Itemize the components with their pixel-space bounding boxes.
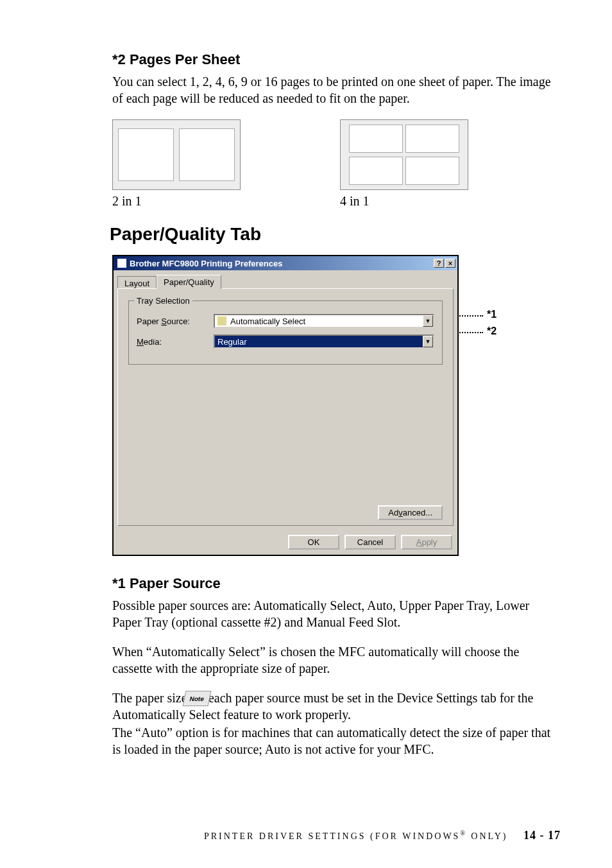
caption-4in1: 4 in 1: [340, 194, 468, 209]
mini-page: [349, 157, 403, 184]
tray-selection-group: Tray Selection Paper Source: Automatical…: [128, 300, 443, 365]
figure-2in1: [112, 119, 241, 190]
figure-4in1-placeholder: [340, 119, 468, 190]
advanced-row: Advanced...: [378, 508, 443, 517]
para-note-b: The “Auto” option is for machines that c…: [112, 724, 561, 758]
figure-row: [112, 119, 561, 190]
tab-strip: Layout Paper/Quality: [114, 270, 457, 288]
dialog-title: Brother MFC9800 Printing Preferences: [130, 259, 434, 268]
mini-page: [349, 125, 403, 152]
caption-row: 2 in 1 4 in 1: [112, 194, 561, 209]
tab-paper-quality[interactable]: Paper/Quality: [157, 275, 221, 289]
callout-1: *1: [487, 309, 497, 320]
media-row: Media: Regular ▼: [137, 334, 434, 349]
chevron-down-icon[interactable]: ▼: [423, 336, 433, 347]
page-number: 14 - 17: [523, 829, 561, 842]
mini-page: [405, 125, 459, 152]
media-select[interactable]: Regular ▼: [214, 334, 434, 349]
mini-page: [405, 157, 459, 184]
note-label: Note: [182, 691, 211, 706]
paper-source-row: Paper Source: Automatically Select ▼: [137, 314, 434, 328]
para-note-a: The paper size for each paper source mus…: [112, 690, 561, 723]
figure-4in1: [340, 119, 468, 190]
para-auto-select: When “Automatically Select” is chosen th…: [112, 643, 561, 677]
para-pages-per-sheet: You can select 1, 2, 4, 6, 9 or 16 pages…: [112, 73, 561, 107]
app-icon: [117, 259, 126, 268]
apply-button[interactable]: Apply: [401, 535, 452, 550]
paper-source-value: Automatically Select: [230, 317, 305, 326]
tray-icon: [217, 317, 226, 326]
advanced-button[interactable]: Advanced...: [378, 505, 443, 520]
heading-pages-per-sheet: *2 Pages Per Sheet: [112, 51, 561, 68]
chevron-down-icon[interactable]: ▼: [423, 315, 433, 327]
group-label: Tray Selection: [134, 296, 192, 306]
dialog-wrap: Brother MFC9800 Printing Preferences ? ×…: [112, 255, 478, 556]
para-possible-sources: Possible paper sources are: Automaticall…: [112, 597, 561, 630]
titlebar: Brother MFC9800 Printing Preferences ? ×: [114, 256, 457, 270]
media-label: Media:: [137, 337, 214, 347]
mini-page: [179, 128, 235, 182]
tab-body: Tray Selection Paper Source: Automatical…: [117, 288, 454, 526]
media-value: Regular: [217, 337, 247, 347]
heading-paper-source: *1 Paper Source: [112, 575, 561, 592]
footer-text-b: ONLY): [467, 831, 508, 841]
titlebar-buttons: ? ×: [434, 259, 455, 268]
registered-icon: ®: [460, 829, 466, 837]
callout-2: *2: [487, 326, 497, 337]
paper-source-label: Paper Source:: [137, 317, 214, 326]
callout-line: [457, 332, 483, 333]
close-button[interactable]: ×: [445, 259, 455, 268]
caption-2in1: 2 in 1: [112, 194, 241, 209]
footer-text-a: PRINTER DRIVER SETTINGS (FOR WINDOWS: [204, 831, 460, 841]
printing-preferences-dialog: Brother MFC9800 Printing Preferences ? ×…: [112, 255, 459, 556]
cancel-button[interactable]: Cancel: [344, 535, 396, 550]
figure-2in1-placeholder: [112, 119, 241, 190]
paper-source-select[interactable]: Automatically Select ▼: [214, 314, 434, 328]
button-bar: OK Cancel Apply: [114, 530, 457, 555]
heading-paper-quality-tab: Paper/Quality Tab: [110, 224, 561, 245]
ok-button[interactable]: OK: [288, 535, 339, 550]
callout-line: [457, 315, 483, 317]
help-button[interactable]: ?: [434, 259, 444, 268]
mini-page: [118, 128, 174, 182]
footer: PRINTER DRIVER SETTINGS (FOR WINDOWS® ON…: [204, 829, 561, 842]
